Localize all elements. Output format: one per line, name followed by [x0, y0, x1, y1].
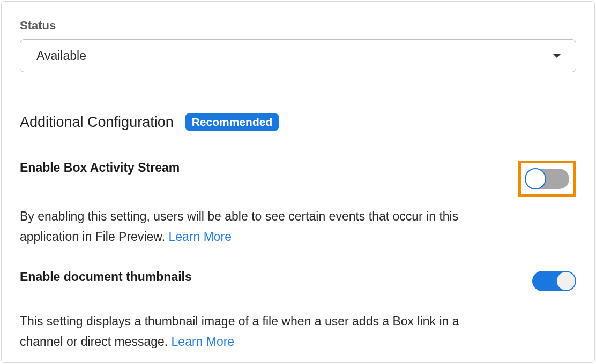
activity-stream-title: Enable Box Activity Stream — [20, 161, 180, 175]
doc-thumbnails-desc-text: This setting displays a thumbnail image … — [20, 314, 459, 348]
doc-thumbnails-toggle[interactable] — [532, 271, 576, 291]
status-label: Status — [20, 19, 576, 33]
status-dropdown[interactable]: Available — [20, 39, 576, 72]
caret-down-icon — [553, 54, 561, 58]
doc-thumbnails-desc: This setting displays a thumbnail image … — [20, 312, 491, 352]
section-title: Additional Configuration — [20, 114, 174, 131]
doc-thumbnails-title: Enable document thumbnails — [20, 270, 192, 284]
divider — [20, 94, 576, 94]
activity-stream-desc: By enabling this setting, users will be … — [20, 207, 491, 247]
recommended-badge: Recommended — [185, 113, 279, 131]
doc-thumbnails-toggle-wrap — [532, 270, 576, 291]
doc-thumbnails-learn-more-link[interactable]: Learn More — [172, 335, 235, 348]
doc-thumbnails-row: Enable document thumbnails — [20, 270, 576, 291]
status-selected-value: Available — [36, 49, 86, 63]
activity-stream-toggle-highlight — [518, 161, 576, 197]
toggle-knob — [525, 168, 546, 189]
activity-stream-desc-text: By enabling this setting, users will be … — [20, 209, 458, 244]
activity-stream-learn-more-link[interactable]: Learn More — [168, 230, 232, 244]
toggle-knob — [557, 272, 575, 290]
activity-stream-row: Enable Box Activity Stream — [20, 161, 576, 197]
activity-stream-toggle[interactable] — [525, 169, 569, 189]
settings-panel: Status Available Additional Configuratio… — [1, 1, 595, 363]
section-header: Additional Configuration Recommended — [20, 113, 576, 131]
